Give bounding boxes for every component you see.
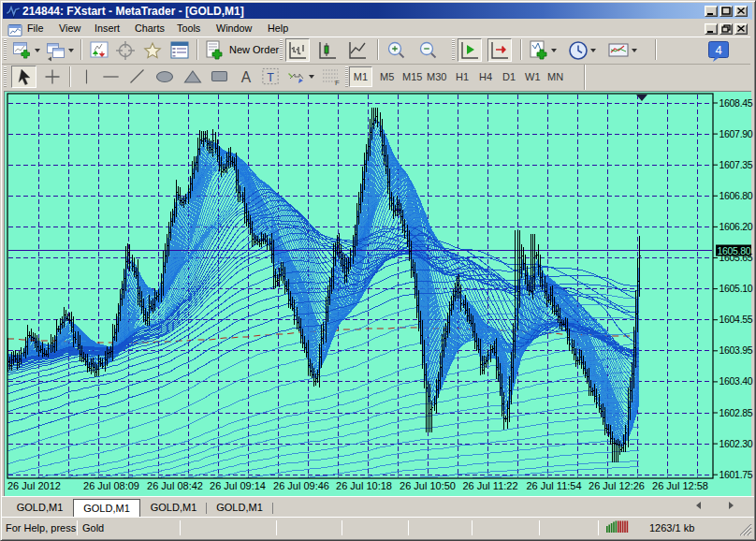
svg-text:26 Jul 08:09: 26 Jul 08:09 (83, 480, 139, 491)
svg-text:26 Jul 09:14: 26 Jul 09:14 (210, 480, 266, 491)
svg-text:1606.80: 1606.80 (720, 190, 753, 201)
svg-text:1603.95: 1603.95 (720, 344, 753, 356)
svg-text:26 Jul 09:46: 26 Jul 09:46 (273, 480, 329, 491)
svg-text:1603.40: 1603.40 (720, 375, 753, 387)
svg-text:1605.80: 1605.80 (718, 245, 751, 256)
svg-text:26 Jul 11:22: 26 Jul 11:22 (462, 480, 517, 491)
svg-text:26 Jul 11:54: 26 Jul 11:54 (526, 480, 581, 491)
svg-text:1607.35: 1607.35 (720, 159, 753, 170)
svg-text:1601.75: 1601.75 (720, 469, 753, 480)
svg-text:1606.20: 1606.20 (720, 221, 753, 232)
svg-text:26 Jul 2012: 26 Jul 2012 (7, 480, 61, 491)
svg-text:26 Jul 10:18: 26 Jul 10:18 (336, 480, 392, 491)
svg-text:1604.55: 1604.55 (720, 314, 753, 325)
svg-text:1602.30: 1602.30 (720, 438, 753, 449)
svg-text:1605.10: 1605.10 (720, 283, 753, 294)
svg-text:26 Jul 12:26: 26 Jul 12:26 (589, 480, 645, 491)
svg-text:26 Jul 08:42: 26 Jul 08:42 (147, 480, 203, 491)
svg-text:1602.85: 1602.85 (720, 407, 753, 418)
svg-text:1607.90: 1607.90 (720, 128, 753, 139)
svg-text:26 Jul 12:58: 26 Jul 12:58 (652, 480, 708, 491)
svg-text:26 Jul 10:50: 26 Jul 10:50 (400, 480, 456, 491)
svg-text:1608.45: 1608.45 (720, 97, 753, 109)
